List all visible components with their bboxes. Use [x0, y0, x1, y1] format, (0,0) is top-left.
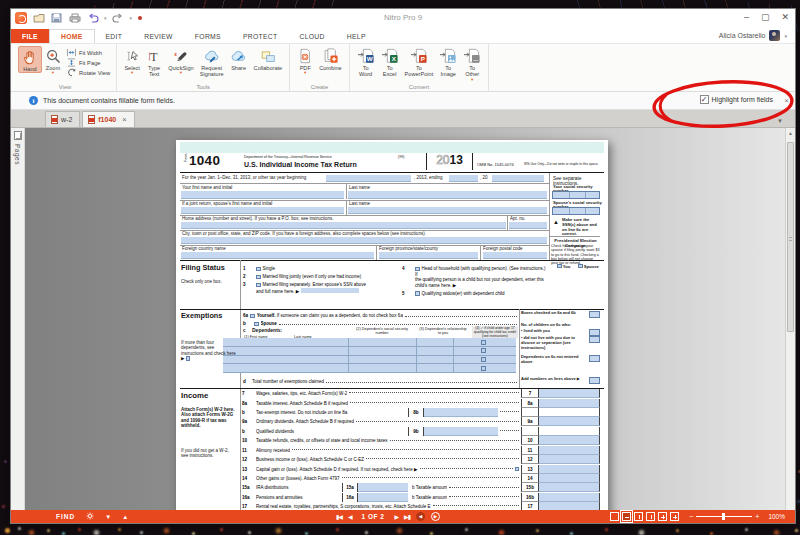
tab-list-dropdown-icon[interactable]: ▼	[777, 118, 783, 124]
layout-mode-grid[interactable]	[670, 512, 679, 521]
previous-page-icon[interactable]: ◀	[348, 513, 352, 520]
dependent-child-tax-checkbox[interactable]	[481, 366, 486, 371]
field-city[interactable]	[181, 237, 547, 245]
scrollbar-thumb[interactable]	[787, 142, 794, 332]
zoom-dropdown-icon[interactable]: ▾	[52, 71, 54, 75]
zoom-slider-knob[interactable]	[722, 513, 725, 520]
income-midbox-field[interactable]	[424, 427, 498, 436]
income-amount-field[interactable]	[539, 417, 600, 426]
dependent-row[interactable]	[223, 364, 516, 373]
ribbon-button-collaborate[interactable]: Collaborate	[251, 46, 286, 71]
ribbon-button-to-word[interactable]: WTo Word	[354, 46, 378, 78]
menu-tab-file[interactable]: FILE	[11, 29, 49, 43]
ribbon-button-request-signature[interactable]: Request Signature	[197, 46, 227, 78]
find-next-icon[interactable]: ▼	[105, 514, 111, 520]
menu-tab-protect[interactable]: PROTECT	[232, 29, 289, 43]
filing-status-checkbox-3[interactable]	[256, 283, 261, 288]
field-first-name[interactable]	[181, 191, 344, 199]
income-amount-field[interactable]	[539, 399, 600, 408]
pdf-dropdown-icon[interactable]: ▾	[304, 71, 306, 75]
filing-status-checkbox-4[interactable]	[415, 267, 420, 272]
ribbon-button-select[interactable]: Select▾	[121, 46, 143, 75]
zoom-out-icon[interactable]: −	[689, 513, 693, 520]
field-spouse-ssn[interactable]	[552, 207, 600, 215]
exemptions-count-box[interactable]	[589, 329, 600, 336]
ribbon-button-hand[interactable]: Hand	[18, 46, 42, 73]
ribbon-button-share[interactable]: Share	[227, 46, 251, 71]
document-tab-w-2[interactable]: w-2	[45, 111, 80, 127]
income-midbox-field[interactable]	[424, 408, 498, 417]
field-spouse-last-name[interactable]	[348, 207, 547, 215]
pec-spouse-checkbox[interactable]	[578, 264, 583, 269]
menu-tab-home[interactable]: HOME	[49, 29, 95, 43]
pec-you-checkbox[interactable]	[557, 264, 562, 269]
layout-mode-two-cover[interactable]	[658, 512, 667, 521]
layout-mode-single-continuous[interactable]	[622, 512, 631, 521]
dependent-child-tax-checkbox[interactable]	[481, 348, 486, 353]
field-foreign-postal[interactable]	[483, 252, 547, 260]
exemptions-count-box[interactable]	[589, 336, 600, 343]
pages-panel-tab[interactable]: Pages	[11, 128, 25, 510]
layout-mode-single-page[interactable]	[610, 512, 619, 521]
dependent-child-tax-checkbox[interactable]	[481, 340, 486, 345]
field-foreign-country[interactable]	[181, 252, 374, 260]
filing-status-checkbox-2[interactable]	[256, 275, 261, 280]
previous-view-icon[interactable]: ◀	[416, 512, 425, 521]
income-amount-field[interactable]	[539, 502, 600, 510]
select-dropdown-icon[interactable]: ▾	[131, 71, 133, 75]
minimize-button[interactable]: –	[744, 11, 749, 23]
find-previous-icon[interactable]: ▲	[122, 514, 128, 520]
exemptions-count-box[interactable]	[589, 377, 600, 384]
filing-status-checkbox-1[interactable]	[256, 267, 261, 272]
income-amount-field[interactable]	[539, 483, 600, 492]
field-apt-no[interactable]	[509, 222, 547, 230]
to-other-dropdown-icon[interactable]: ▾	[471, 78, 473, 82]
ribbon-button-fit-width[interactable]: Fit Width	[66, 48, 110, 57]
menu-tab-cloud[interactable]: CLOUD	[288, 29, 335, 43]
field-home-address[interactable]	[181, 222, 506, 230]
exemptions-count-box[interactable]	[589, 311, 600, 318]
highlight-form-fields-checkbox[interactable]: ✓	[700, 95, 709, 104]
income-amount-field[interactable]	[539, 408, 600, 417]
last-page-icon[interactable]: ▶▮	[404, 513, 410, 520]
ribbon-button-to-powerpoint[interactable]: PTo PowerPoint	[402, 46, 437, 78]
menu-tab-forms[interactable]: FORMS	[184, 29, 232, 43]
income-amount-field[interactable]	[539, 474, 600, 483]
income-amount-field[interactable]	[539, 436, 600, 445]
scroll-up-icon[interactable]: ▲	[786, 130, 795, 136]
income-amount-field[interactable]	[539, 389, 600, 398]
field-foreign-province[interactable]	[379, 252, 478, 260]
income-midbox-field[interactable]	[358, 493, 408, 502]
income-amount-field[interactable]	[539, 427, 600, 436]
user-account[interactable]: Alicia Ostarello ▾	[719, 30, 787, 41]
dependent-row[interactable]	[223, 347, 516, 356]
info-bar-close-icon[interactable]: ×	[784, 96, 789, 105]
field-year-ending[interactable]	[449, 175, 478, 182]
dependent-row[interactable]	[223, 338, 516, 347]
income-amount-field[interactable]	[539, 493, 600, 502]
layout-mode-two-pages[interactable]	[634, 512, 643, 521]
income-midbox-field[interactable]	[358, 483, 408, 492]
filing-status-name-field[interactable]	[301, 288, 359, 294]
first-page-icon[interactable]: ▮◀	[336, 513, 342, 520]
document-canvas[interactable]: Form 1040 Department of the Treasury—Int…	[25, 128, 785, 510]
find-button[interactable]: FIND	[56, 513, 75, 520]
ribbon-button-quicksign[interactable]: xQuickSign▾	[165, 46, 197, 75]
vertical-scrollbar[interactable]: ▲	[785, 128, 795, 510]
menu-tab-help[interactable]: HELP	[336, 29, 377, 43]
exemptions-count-box[interactable]	[589, 355, 600, 362]
more-dependents-checkbox[interactable]	[186, 356, 191, 361]
field-spouse-first-name[interactable]	[181, 207, 344, 215]
highlight-form-fields-control[interactable]: ✓ Highlight form fields	[700, 95, 773, 104]
menu-tab-review[interactable]: REVIEW	[133, 29, 184, 43]
menu-tab-edit[interactable]: EDIT	[95, 29, 134, 43]
tab-close-icon[interactable]: ×	[122, 115, 126, 124]
field-year-20[interactable]	[492, 175, 544, 182]
field-year-beginning[interactable]	[326, 175, 411, 182]
layout-mode-two-continuous[interactable]	[646, 512, 655, 521]
ribbon-button-fit-page[interactable]: Fit Page	[66, 58, 110, 67]
zoom-slider[interactable]	[696, 516, 752, 517]
income-amount-field[interactable]	[539, 446, 600, 455]
ribbon-button-type-text[interactable]: TType Text	[143, 46, 165, 78]
ribbon-button-rotate-view[interactable]: Rotate View	[66, 68, 110, 77]
